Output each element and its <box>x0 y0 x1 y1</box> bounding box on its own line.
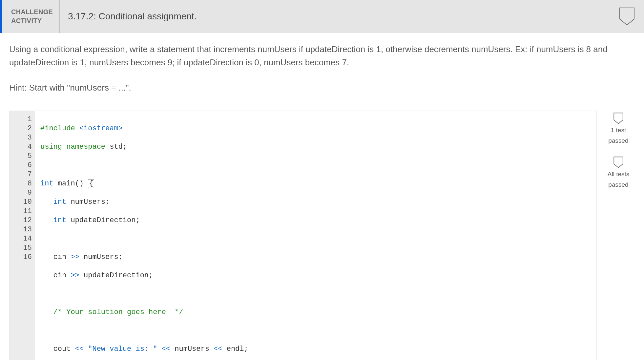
code-editor[interactable]: 12345678910111213141516 #include <iostre… <box>9 111 597 360</box>
activity-tag-line1: CHALLENGE <box>11 8 53 16</box>
test-status-all-line2: passed <box>608 180 628 189</box>
shield-icon <box>613 113 623 124</box>
test-status-all-line1: All tests <box>608 170 630 179</box>
activity-title: 3.17.2: Conditional assignment. <box>60 0 614 33</box>
header-shield-badge <box>614 0 638 33</box>
activity-type-tag: CHALLENGE ACTIVITY <box>2 0 60 33</box>
line-number-gutter: 12345678910111213141516 <box>10 111 35 360</box>
test-status-column: 1 test passed All tests passed <box>602 111 635 189</box>
work-area: 12345678910111213141516 #include <iostre… <box>9 111 635 360</box>
test-status-all: All tests passed <box>608 157 630 189</box>
problem-hint: Hint: Start with "numUsers = ...". <box>9 81 635 94</box>
code-lines[interactable]: #include <iostream> using namespace std;… <box>35 111 596 360</box>
shield-icon <box>613 157 623 168</box>
test-status-one-line1: 1 test <box>611 126 626 135</box>
test-status-one: 1 test passed <box>608 113 628 145</box>
activity-tag-line2: ACTIVITY <box>11 16 53 25</box>
shield-icon <box>619 7 635 26</box>
code-block: 12345678910111213141516 #include <iostre… <box>10 111 596 360</box>
activity-content: Using a conditional expression, write a … <box>0 33 644 360</box>
problem-prompt: Using a conditional expression, write a … <box>9 43 635 69</box>
test-status-one-line2: passed <box>608 137 628 145</box>
activity-header: CHALLENGE ACTIVITY 3.17.2: Conditional a… <box>0 0 644 33</box>
